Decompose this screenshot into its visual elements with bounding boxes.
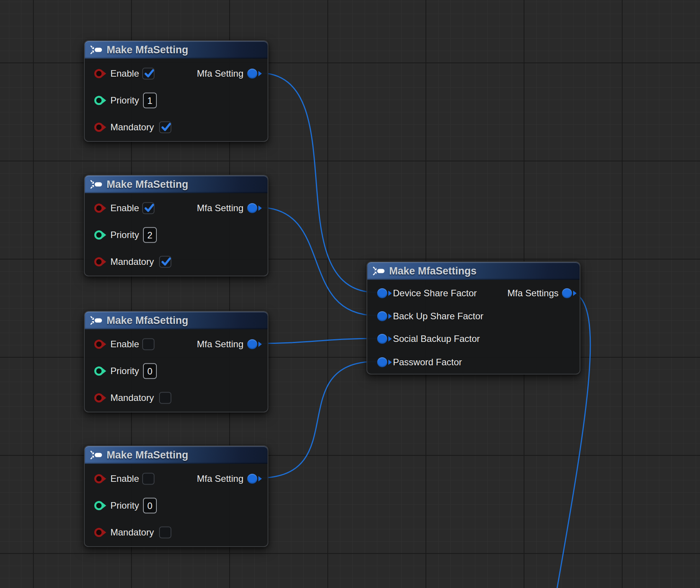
- output-pin-label: Mfa Setting: [197, 68, 243, 79]
- pin-mandatory[interactable]: [94, 123, 104, 132]
- mandatory-checkbox[interactable]: [159, 392, 171, 404]
- pin-label-device-share-factor: Device Share Factor: [393, 288, 477, 299]
- mandatory-checkbox[interactable]: [159, 122, 171, 133]
- pin-social-backup-factor[interactable]: [377, 334, 387, 344]
- priority-field[interactable]: 0: [143, 363, 157, 379]
- pin-label-priority: Priority: [110, 230, 139, 240]
- output-pin-label: Mfa Setting: [197, 339, 243, 350]
- pin-label-mandatory: Mandatory: [110, 527, 154, 538]
- node-make-mfasetting-2[interactable]: Make MfaSetting Enable Priority 2 Mandat…: [84, 175, 268, 276]
- graph-canvas[interactable]: Make MfaSetting Enable Priority 1 Mandat…: [0, 0, 700, 588]
- node-title: Make MfaSettings: [389, 265, 477, 277]
- make-struct-icon: [90, 315, 103, 325]
- output-pin-mfa-setting[interactable]: [247, 203, 257, 213]
- make-struct-icon: [90, 179, 103, 189]
- pin-priority[interactable]: [94, 96, 104, 105]
- pin-mandatory[interactable]: [94, 528, 104, 537]
- pin-label-priority: Priority: [110, 500, 139, 511]
- wire-setting1-to-device-share[interactable]: [258, 73, 376, 292]
- pin-password-factor[interactable]: [377, 357, 387, 367]
- output-pin-mfa-setting[interactable]: [247, 474, 257, 484]
- pin-label-enable: Enable: [110, 203, 139, 214]
- pin-priority[interactable]: [94, 230, 104, 240]
- node-header[interactable]: Make MfaSetting: [85, 176, 268, 193]
- pin-enable[interactable]: [94, 474, 104, 483]
- pin-label-mandatory: Mandatory: [110, 256, 154, 267]
- node-make-mfasetting-1[interactable]: Make MfaSetting Enable Priority 1 Mandat…: [84, 40, 268, 142]
- node-header[interactable]: Make MfaSetting: [85, 312, 268, 329]
- priority-field[interactable]: 0: [143, 498, 157, 514]
- pin-priority[interactable]: [94, 501, 104, 510]
- mandatory-checkbox[interactable]: [159, 527, 171, 539]
- pin-label-enable: Enable: [110, 473, 139, 484]
- pin-label-mandatory: Mandatory: [110, 393, 154, 403]
- pin-priority[interactable]: [94, 366, 104, 376]
- wire-setting4-to-password[interactable]: [258, 361, 376, 478]
- node-title: Make MfaSetting: [107, 449, 188, 461]
- pin-label-password-factor: Password Factor: [393, 357, 462, 368]
- wire-setting3-to-social-backup[interactable]: [258, 338, 376, 343]
- pin-label-enable: Enable: [110, 68, 139, 79]
- node-header[interactable]: Make MfaSetting: [85, 41, 268, 59]
- output-pin-mfa-setting[interactable]: [247, 69, 257, 79]
- priority-field[interactable]: 2: [143, 227, 157, 243]
- output-pin-mfa-setting[interactable]: [247, 339, 257, 349]
- wire-setting2-to-backup-share[interactable]: [258, 207, 376, 315]
- pin-mandatory[interactable]: [94, 257, 104, 266]
- enable-checkbox[interactable]: [142, 338, 154, 350]
- node-make-mfasetting-3[interactable]: Make MfaSetting Enable Priority 0 Mandat…: [84, 311, 268, 412]
- node-make-mfasetting-4[interactable]: Make MfaSetting Enable Priority 0 Mandat…: [84, 445, 268, 547]
- node-make-mfasettings[interactable]: Make MfaSettings Device Share Factor Bac…: [366, 261, 580, 374]
- pin-label-priority: Priority: [110, 366, 139, 376]
- pin-device-share-factor[interactable]: [377, 288, 387, 298]
- output-pin-label: Mfa Setting: [197, 473, 243, 484]
- mandatory-checkbox[interactable]: [159, 256, 171, 268]
- output-pin-label: Mfa Setting: [197, 203, 243, 214]
- pin-backup-share-factor[interactable]: [377, 311, 387, 321]
- pin-mandatory[interactable]: [94, 393, 104, 402]
- enable-checkbox[interactable]: [142, 202, 154, 214]
- make-struct-icon: [90, 450, 103, 460]
- make-struct-icon: [372, 266, 385, 276]
- priority-field[interactable]: 1: [143, 93, 157, 108]
- node-title: Make MfaSetting: [107, 44, 188, 56]
- pin-enable[interactable]: [94, 69, 104, 78]
- make-struct-icon: [90, 45, 103, 55]
- node-header[interactable]: Make MfaSetting: [85, 446, 268, 464]
- pin-label-backup-share-factor: Back Up Share Factor: [393, 311, 483, 322]
- output-pin-label: Mfa Settings: [508, 288, 559, 299]
- output-pin-mfa-settings[interactable]: [562, 288, 572, 298]
- node-title: Make MfaSetting: [107, 179, 188, 191]
- pin-label-priority: Priority: [110, 95, 139, 106]
- node-title: Make MfaSetting: [107, 315, 188, 327]
- node-header[interactable]: Make MfaSettings: [367, 262, 580, 280]
- enable-checkbox[interactable]: [142, 68, 154, 80]
- pin-label-mandatory: Mandatory: [110, 122, 154, 133]
- pin-enable[interactable]: [94, 204, 104, 213]
- pin-label-social-backup-factor: Social Backup Factor: [393, 333, 480, 344]
- pin-label-enable: Enable: [110, 339, 139, 350]
- enable-checkbox[interactable]: [142, 473, 154, 485]
- pin-enable[interactable]: [94, 340, 104, 349]
